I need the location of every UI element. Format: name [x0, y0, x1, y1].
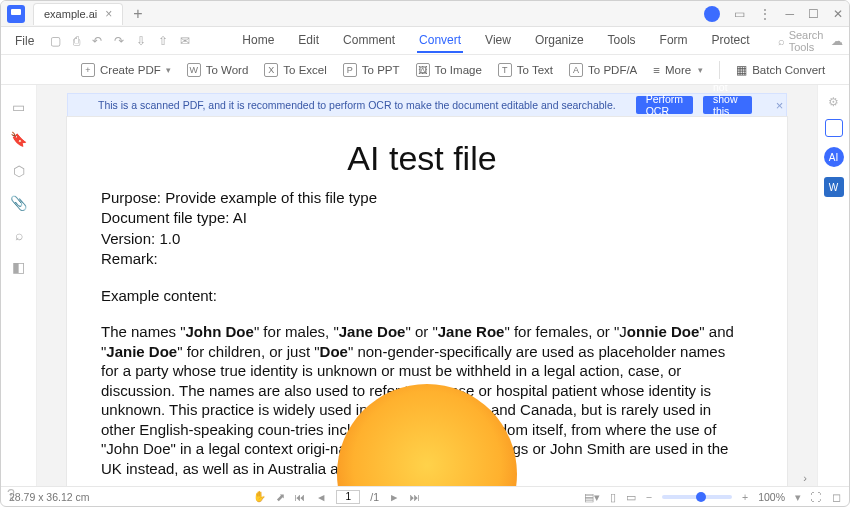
- batch-convert-button[interactable]: ▦ Batch Convert: [736, 63, 825, 77]
- search-tools[interactable]: ⌕ Search Tools: [778, 29, 824, 53]
- create-pdf-button[interactable]: + Create PDF ▾: [81, 63, 171, 77]
- new-tab-button[interactable]: +: [123, 5, 152, 23]
- close-banner-icon[interactable]: ×: [772, 98, 788, 113]
- close-tab-icon[interactable]: ×: [105, 7, 112, 21]
- zoom-chevron-icon[interactable]: ▾: [795, 491, 801, 503]
- share-icon[interactable]: ⇧: [156, 34, 170, 48]
- chevron-down-icon: ▾: [166, 65, 171, 75]
- ocr-message: This is a scanned PDF, and it is recomme…: [98, 99, 616, 111]
- window-maximize-icon[interactable]: ☐: [808, 7, 819, 21]
- convert-label: To Excel: [283, 64, 326, 76]
- reading-mode-icon[interactable]: ◻: [832, 491, 841, 503]
- single-page-icon[interactable]: ▯: [610, 491, 616, 503]
- settings-icon[interactable]: ⚙: [828, 95, 839, 109]
- convert-label: To PPT: [362, 64, 400, 76]
- menu-tab-protect[interactable]: Protect: [710, 29, 752, 53]
- filetype-value: AI: [233, 209, 247, 226]
- convert-to-ppt-button[interactable]: PTo PPT: [343, 63, 400, 77]
- file-menu[interactable]: File: [9, 34, 40, 48]
- window-close-icon[interactable]: ✕: [833, 7, 843, 21]
- filetype-icon: P: [343, 63, 357, 77]
- last-page-icon[interactable]: ⏭: [410, 491, 421, 503]
- filetype-icon: T: [498, 63, 512, 77]
- shield-icon[interactable]: ⬡: [13, 163, 25, 179]
- redo-icon[interactable]: ↷: [112, 34, 126, 48]
- purpose-label: Purpose:: [101, 189, 165, 206]
- search-panel-icon[interactable]: ⌕: [15, 227, 23, 243]
- layers-icon[interactable]: ◧: [12, 259, 25, 275]
- menu-tab-form[interactable]: Form: [658, 29, 690, 53]
- dismiss-ocr-button[interactable]: Do not show this file again.: [703, 96, 752, 114]
- fit-width-icon[interactable]: ▭: [626, 491, 636, 503]
- convert-to-pdf/a-button[interactable]: ATo PDF/A: [569, 63, 637, 77]
- next-page-icon[interactable]: ►: [389, 491, 399, 503]
- menu-tab-view[interactable]: View: [483, 29, 513, 53]
- print-icon[interactable]: ⎙: [71, 34, 82, 48]
- plus-icon: +: [81, 63, 95, 77]
- mail-icon[interactable]: ✉: [178, 34, 192, 48]
- convert-to-word-button[interactable]: WTo Word: [187, 63, 249, 77]
- ocr-banner: This is a scanned PDF, and it is recomme…: [67, 93, 787, 117]
- purpose-value: Provide example of this file type: [165, 189, 377, 206]
- convert-to-text-button[interactable]: TTo Text: [498, 63, 553, 77]
- menu-tab-edit[interactable]: Edit: [296, 29, 321, 53]
- thumbnails-icon[interactable]: ▭: [12, 99, 25, 115]
- cloud-icon[interactable]: ☁: [831, 34, 843, 48]
- separator: [719, 61, 720, 79]
- convert-label: To Word: [206, 64, 249, 76]
- convert-label: To Text: [517, 64, 553, 76]
- menu-tab-comment[interactable]: Comment: [341, 29, 397, 53]
- menu-tab-convert[interactable]: Convert: [417, 29, 463, 53]
- attachment-icon[interactable]: 📎: [10, 195, 27, 211]
- zoom-slider[interactable]: [662, 495, 732, 499]
- page-number-input[interactable]: [336, 490, 360, 504]
- create-pdf-label: Create PDF: [100, 64, 161, 76]
- version-value: 1.0: [159, 230, 180, 247]
- filetype-icon: A: [569, 63, 583, 77]
- convert-to-image-button[interactable]: 🖼To Image: [416, 63, 482, 77]
- convert-to-excel-button[interactable]: XTo Excel: [264, 63, 326, 77]
- scroll-right-icon[interactable]: ›: [803, 472, 807, 484]
- version-label: Version:: [101, 230, 159, 247]
- scroll-left-icon[interactable]: ‹: [11, 492, 15, 504]
- prev-page-icon[interactable]: ◄: [316, 491, 326, 503]
- batch-convert-label: Batch Convert: [752, 64, 825, 76]
- more-button[interactable]: ≡ More: [653, 64, 703, 76]
- zoom-out-icon[interactable]: −: [646, 491, 652, 503]
- select-tool-status-icon[interactable]: ⬈: [276, 491, 285, 503]
- window-minimize-icon[interactable]: ─: [785, 7, 794, 21]
- perform-ocr-button[interactable]: Perform OCR: [636, 96, 693, 114]
- word-export-icon[interactable]: W: [824, 177, 844, 197]
- page-total: /1: [370, 491, 379, 503]
- menu-tab-home[interactable]: Home: [240, 29, 276, 53]
- tab-title: example.ai: [44, 8, 97, 20]
- convert-label: To PDF/A: [588, 64, 637, 76]
- menu-tab-tools[interactable]: Tools: [606, 29, 638, 53]
- doc-title: AI test file: [101, 139, 743, 178]
- first-page-icon[interactable]: ⏮: [295, 491, 306, 503]
- app-menu-icon[interactable]: ▭: [734, 7, 745, 21]
- document-page: AI test file Purpose: Provide example of…: [67, 117, 787, 486]
- view-mode-icon[interactable]: ▤▾: [584, 491, 600, 503]
- zoom-in-icon[interactable]: +: [742, 491, 748, 503]
- document-tab[interactable]: example.ai ×: [33, 3, 123, 25]
- user-avatar-icon[interactable]: [704, 6, 720, 22]
- ai-assistant-icon[interactable]: AI: [824, 147, 844, 167]
- more-icon: ≡: [653, 64, 660, 76]
- zoom-value: 100%: [758, 491, 785, 503]
- select-tool-icon[interactable]: [825, 119, 843, 137]
- bookmark-icon[interactable]: 🔖: [10, 131, 27, 147]
- page-dimensions: 28.79 x 36.12 cm: [9, 491, 90, 503]
- search-placeholder: Search Tools: [789, 29, 824, 53]
- example-heading: Example content:: [101, 287, 743, 304]
- menu-tab-organize[interactable]: Organize: [533, 29, 586, 53]
- save-icon[interactable]: ⇩: [134, 34, 148, 48]
- app-logo: [7, 5, 25, 23]
- hand-tool-icon[interactable]: ✋: [253, 490, 266, 503]
- fullscreen-icon[interactable]: ⛶: [811, 491, 822, 503]
- open-icon[interactable]: ▢: [48, 34, 63, 48]
- filetype-icon: W: [187, 63, 201, 77]
- undo-icon[interactable]: ↶: [90, 34, 104, 48]
- kebab-menu-icon[interactable]: ⋮: [759, 7, 771, 21]
- filetype-icon: 🖼: [416, 63, 430, 77]
